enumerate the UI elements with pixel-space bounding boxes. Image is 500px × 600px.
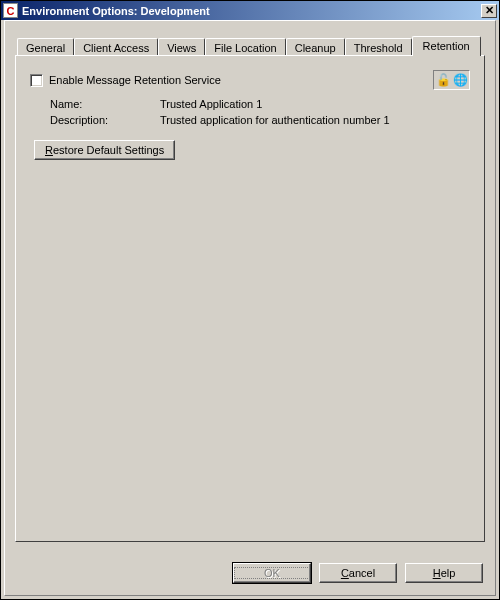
tab-label: Client Access: [83, 42, 149, 54]
enable-retention-row: Enable Message Retention Service 🔓 🌐: [30, 70, 470, 90]
window-title: Environment Options: Development: [22, 5, 481, 17]
restore-rest: estore Default Settings: [53, 144, 164, 156]
enable-retention-checkbox[interactable]: [30, 74, 43, 87]
globe-icon[interactable]: 🌐: [452, 72, 468, 88]
restore-wrap: Restore Default Settings: [34, 140, 470, 160]
ok-button[interactable]: OK: [233, 563, 311, 583]
title-bar: C Environment Options: Development ✕: [1, 1, 499, 20]
help-button[interactable]: Help: [405, 563, 483, 583]
tab-file-location[interactable]: File Location: [205, 38, 285, 55]
restore-underline: R: [45, 144, 53, 156]
tab-strip: General Client Access Views File Locatio…: [15, 33, 485, 55]
description-value: Trusted application for authentication n…: [160, 114, 470, 126]
tab-views[interactable]: Views: [158, 38, 205, 55]
enable-retention-label: Enable Message Retention Service: [49, 74, 221, 86]
ok-label: OK: [234, 567, 310, 579]
help-rest: elp: [441, 567, 456, 579]
close-icon: ✕: [485, 4, 494, 17]
client-area: General Client Access Views File Locatio…: [4, 20, 496, 596]
close-button[interactable]: ✕: [481, 4, 497, 18]
name-label: Name:: [50, 98, 160, 110]
lock-icon[interactable]: 🔓: [435, 72, 451, 88]
cancel-underline: C: [341, 567, 349, 579]
retention-panel: Enable Message Retention Service 🔓 🌐 Nam…: [15, 55, 485, 542]
retention-fields: Name: Trusted Application 1 Description:…: [50, 98, 470, 126]
dialog-buttons: OK Cancel Help: [233, 563, 483, 583]
cancel-button[interactable]: Cancel: [319, 563, 397, 583]
name-value: Trusted Application 1: [160, 98, 470, 110]
tab-cleanup[interactable]: Cleanup: [286, 38, 345, 55]
help-underline: H: [433, 567, 441, 579]
title-buttons: ✕: [481, 4, 497, 18]
tab-label: Views: [167, 42, 196, 54]
tab-client-access[interactable]: Client Access: [74, 38, 158, 55]
app-icon: C: [3, 3, 18, 18]
tab-label: File Location: [214, 42, 276, 54]
cancel-rest: ancel: [349, 567, 375, 579]
tab-label: Cleanup: [295, 42, 336, 54]
tab-label: Threshold: [354, 42, 403, 54]
tab-general[interactable]: General: [17, 38, 74, 55]
security-icon-group: 🔓 🌐: [433, 70, 470, 90]
tab-retention[interactable]: Retention: [412, 36, 481, 56]
restore-defaults-button[interactable]: Restore Default Settings: [34, 140, 175, 160]
description-label: Description:: [50, 114, 160, 126]
tab-threshold[interactable]: Threshold: [345, 38, 412, 55]
tab-label: Retention: [423, 40, 470, 52]
app-icon-letter: C: [7, 5, 15, 17]
tab-label: General: [26, 42, 65, 54]
